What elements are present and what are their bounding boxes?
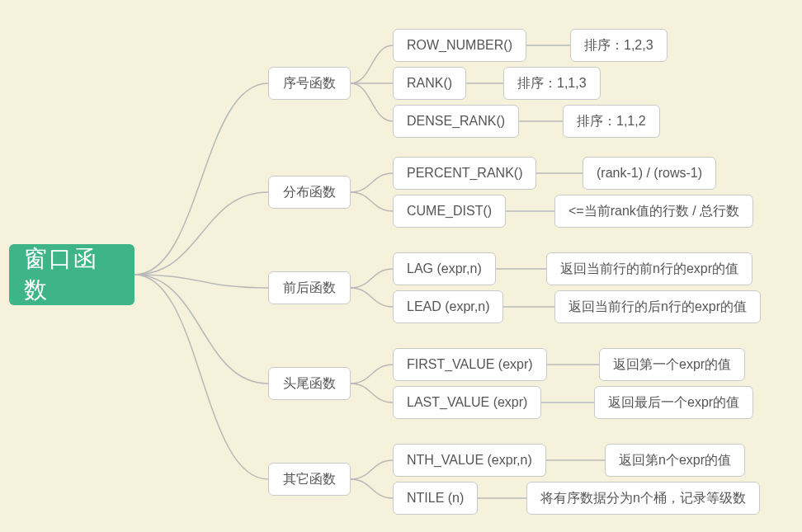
function-node: LAST_VALUE (expr): [393, 386, 541, 419]
description-node: 排序：1,1,3: [503, 67, 601, 100]
root-node: 窗口函数: [9, 244, 134, 305]
description-node: 返回第n个expr的值: [605, 444, 745, 477]
description-node: <=当前rank值的行数 / 总行数: [554, 195, 753, 228]
function-node: NTH_VALUE (expr,n): [393, 444, 546, 477]
root-label: 窗口函数: [24, 243, 120, 306]
function-node: PERCENT_RANK(): [393, 157, 536, 190]
category-node: 分布函数: [268, 176, 351, 209]
description-node: 返回当前行的后n行的expr的值: [554, 290, 761, 323]
description-node: (rank-1) / (rows-1): [583, 157, 716, 190]
category-node: 头尾函数: [268, 367, 351, 400]
description-node: 将有序数据分为n个桶，记录等级数: [526, 482, 760, 515]
function-node: ROW_NUMBER(): [393, 29, 526, 62]
function-node: LEAD (expr,n): [393, 290, 503, 323]
function-node: RANK(): [393, 67, 466, 100]
description-node: 排序：1,2,3: [570, 29, 668, 62]
category-node: 其它函数: [268, 463, 351, 496]
description-node: 排序：1,1,2: [563, 105, 660, 138]
description-node: 返回最后一个expr的值: [594, 386, 753, 419]
function-node: DENSE_RANK(): [393, 105, 519, 138]
function-node: LAG (expr,n): [393, 252, 496, 285]
category-node: 前后函数: [268, 271, 351, 304]
function-node: FIRST_VALUE (expr): [393, 348, 547, 381]
function-node: CUME_DIST(): [393, 195, 506, 228]
function-node: NTILE (n): [393, 482, 478, 515]
description-node: 返回第一个expr的值: [599, 348, 745, 381]
description-node: 返回当前行的前n行的expr的值: [546, 252, 752, 285]
category-node: 序号函数: [268, 67, 351, 100]
